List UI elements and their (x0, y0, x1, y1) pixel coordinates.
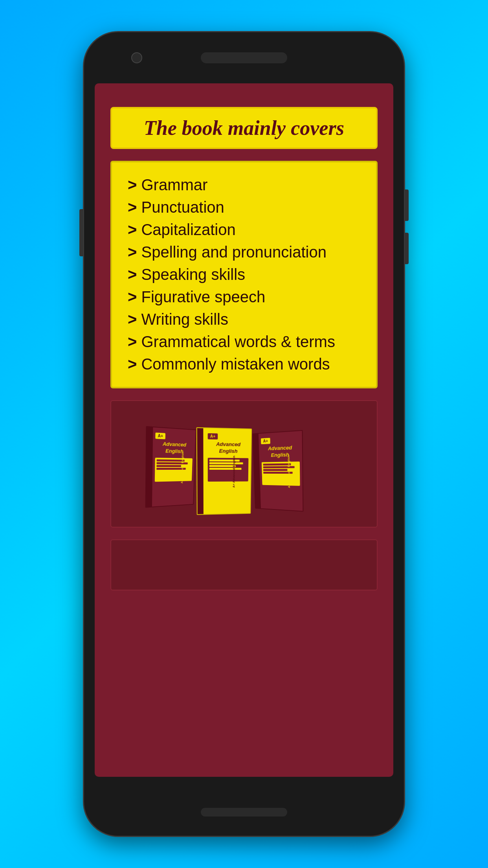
power-button[interactable] (79, 209, 83, 256)
earpiece-speaker (201, 52, 287, 63)
book-badge-2: A+ (208, 433, 218, 440)
list-item: Grammar (128, 176, 360, 194)
phone-bottom-bar (84, 789, 404, 836)
list-item: Speaking skills (128, 266, 360, 283)
list-item: Spelling and pronunciation (128, 243, 360, 261)
book-spine-2: A+ Advanced English (232, 436, 236, 506)
bottom-content-box (110, 539, 378, 590)
list-item: Capitalization (128, 221, 360, 239)
volume-down-button[interactable] (405, 233, 409, 264)
list-item: Writing skills (128, 311, 360, 328)
content-list-box: Grammar Punctuation Capitalization Spell… (110, 161, 378, 388)
phone-screen: The book mainly covers Grammar Punctuati… (95, 83, 393, 777)
list-item: Grammatical words & terms (128, 333, 360, 351)
strip-line (209, 462, 243, 464)
list-item: Commonly mistaken words (128, 355, 360, 373)
books-section: A+ Advanced English A+ AdvancedEnglish (110, 400, 378, 528)
book-cover-1: A+ Advanced English A+ AdvancedEnglish (145, 426, 196, 508)
book-strip-3 (262, 462, 300, 486)
volume-up-button[interactable] (405, 189, 409, 221)
phone-frame: The book mainly covers Grammar Punctuati… (83, 31, 405, 837)
strip-line (263, 469, 287, 471)
book-1: A+ Advanced English A+ AdvancedEnglish (145, 426, 196, 508)
book-label-2: AdvancedEnglish (216, 441, 240, 455)
book-badge-1: A+ (155, 432, 165, 439)
books-container: A+ Advanced English A+ AdvancedEnglish (146, 413, 342, 515)
title-banner: The book mainly covers (110, 107, 378, 149)
strip-line (209, 468, 241, 470)
main-title: The book mainly covers (144, 117, 344, 139)
book-strip-2 (208, 458, 249, 482)
home-bar[interactable] (201, 808, 287, 817)
topics-list: Grammar Punctuation Capitalization Spell… (128, 176, 360, 373)
list-item: Punctuation (128, 199, 360, 216)
book-2: A+ Advanced English A+ AdvancedEnglish (196, 427, 252, 515)
front-camera (131, 52, 142, 63)
book-badge-3: A+ (261, 438, 270, 444)
phone-top-bar (84, 32, 404, 83)
strip-line (156, 465, 181, 467)
book-3: A+ Advanced English A+ AdvancedEnglish (252, 430, 303, 512)
book-strip-1 (155, 458, 193, 482)
book-cover-3: A+ Advanced English A+ AdvancedEnglish (252, 430, 303, 512)
list-item: Figurative speech (128, 288, 360, 306)
book-cover-2: A+ Advanced English A+ AdvancedEnglish (196, 427, 252, 515)
